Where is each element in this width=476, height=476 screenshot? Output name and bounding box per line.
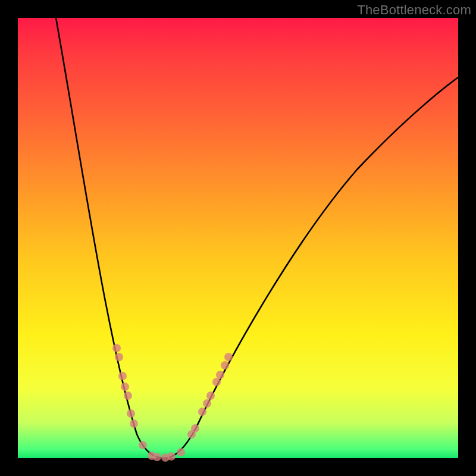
svg-point-4 bbox=[124, 392, 132, 400]
svg-point-1 bbox=[115, 353, 123, 361]
svg-point-12 bbox=[177, 448, 185, 456]
svg-point-21 bbox=[224, 353, 233, 361]
svg-point-11 bbox=[167, 452, 176, 461]
svg-point-6 bbox=[130, 419, 138, 428]
data-markers bbox=[112, 344, 233, 462]
svg-point-3 bbox=[121, 383, 129, 391]
svg-point-18 bbox=[212, 378, 221, 386]
svg-point-7 bbox=[139, 441, 147, 449]
svg-point-0 bbox=[112, 344, 121, 352]
watermark-text: TheBottleneck.com bbox=[357, 2, 471, 18]
svg-point-5 bbox=[127, 409, 135, 418]
svg-point-19 bbox=[216, 371, 224, 379]
svg-point-17 bbox=[206, 392, 215, 400]
svg-point-14 bbox=[191, 424, 199, 433]
chart-svg bbox=[18, 18, 458, 458]
svg-point-9 bbox=[153, 453, 161, 461]
chart-frame: TheBottleneck.com bbox=[0, 0, 476, 476]
svg-point-2 bbox=[118, 372, 127, 380]
plot-area bbox=[18, 18, 458, 458]
svg-point-20 bbox=[221, 361, 229, 369]
bottleneck-curve bbox=[56, 18, 458, 458]
svg-point-15 bbox=[198, 408, 206, 416]
svg-point-16 bbox=[203, 399, 211, 408]
